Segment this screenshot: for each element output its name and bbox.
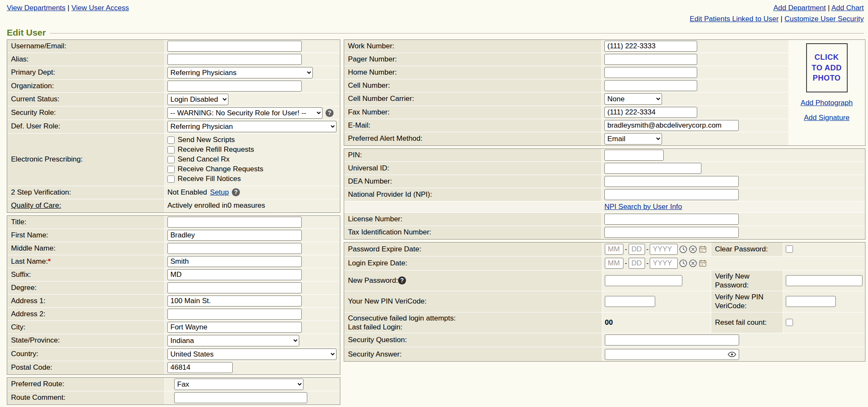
security-question-input[interactable] [605,335,739,346]
pin-vericode-input[interactable] [605,296,655,307]
email-input[interactable] [604,120,739,131]
route-comment-input[interactable] [174,392,307,403]
cell-carrier-select[interactable]: None [604,93,662,105]
primary-dept-select[interactable]: Referring Physicians [167,67,313,78]
fax-number-label: Fax Number: [344,106,602,119]
add-chart-link[interactable]: Add Chart [831,4,864,12]
npi-search-link[interactable]: NPI Search by User Info [604,203,682,211]
add-department-link[interactable]: Add Department [773,4,826,12]
calendar-icon[interactable] [698,245,707,254]
show-password-eye-icon[interactable] [728,351,736,357]
fax-number-input[interactable] [604,107,697,118]
pager-number-row: Pager Number: [344,53,788,66]
dea-number-input[interactable] [604,176,739,187]
universal-id-row: Universal ID: [344,162,865,175]
route-section: Preferred Route: Fax Route Comment: [7,377,340,405]
security-answer-label: Security Answer: [344,347,602,361]
customize-user-security-link[interactable]: Customize User Security [785,15,864,23]
preferred-route-select[interactable]: Fax [174,379,303,390]
current-status-select[interactable]: Login Disabled [167,94,228,105]
preferred-alert-select[interactable]: Email [604,133,662,145]
suffix-input[interactable] [167,269,302,280]
home-number-input[interactable] [604,67,697,78]
clear-date-icon[interactable] [689,259,697,268]
city-input[interactable] [167,322,302,333]
separator: | [781,15,782,23]
two-step-help-icon[interactable]: ? [232,188,240,196]
receive-change-requests-checkbox[interactable] [167,166,175,173]
password-expire-mm-input[interactable] [605,244,623,255]
login-expire-yyyy-input[interactable] [650,258,678,269]
receive-fill-notices-checkbox[interactable] [167,176,175,183]
send-new-scripts-option: Send New Scripts [167,135,235,145]
header-rule [50,33,864,33]
verify-new-password-label: Verify New Password: [711,270,783,291]
address2-input[interactable] [167,309,302,320]
edit-patients-linked-link[interactable]: Edit Patients Linked to User [690,15,779,23]
pin-input[interactable] [604,150,664,161]
last-name-label: Last Name:* [7,255,165,268]
license-number-input[interactable] [604,214,739,225]
preferred-route-label: Preferred Route: [7,378,165,391]
top-nav-right-row1: Add Department | Add Chart [690,3,864,14]
two-step-row: 2 Step Verification: Not Enabled Setup ? [7,186,340,199]
security-answer-input[interactable] [605,349,739,360]
password-expire-yyyy-input[interactable] [650,244,678,255]
clock-icon[interactable] [679,259,687,268]
state-select[interactable]: Indiana [167,335,299,346]
alias-row: Alias: [7,53,340,66]
photo-placeholder[interactable]: CLICK TO ADD PHOTO [806,43,848,92]
security-role-help-icon[interactable]: ? [326,109,334,117]
clock-icon[interactable] [679,245,687,254]
login-expire-dd-input[interactable] [629,258,645,269]
address2-row: Address 2: [7,308,340,321]
send-cancel-rx-checkbox[interactable] [167,156,175,163]
separator: | [828,4,829,12]
first-name-input[interactable] [167,230,302,241]
postal-code-input[interactable] [167,362,233,373]
security-role-select[interactable]: -- WARNING: No Security Role for User! -… [167,107,323,119]
country-select[interactable]: United States [167,348,337,360]
password-expire-label: Password Expire Date: [344,243,602,256]
middle-name-input[interactable] [167,243,302,254]
add-photograph-link[interactable]: Add Photograph [801,99,853,107]
username-input[interactable] [167,41,302,52]
license-number-label: License Number: [344,213,602,226]
tax-id-row: Tax Identification Number: [344,226,865,239]
new-password-row: New Password:? Verify New Password: [344,270,865,292]
clear-password-checkbox[interactable] [786,245,793,253]
page-title: Edit User [7,28,46,38]
title-input[interactable] [167,217,302,228]
address1-input[interactable] [167,295,302,307]
pager-number-input[interactable] [604,54,697,65]
right-column: Work Number: Pager Number: Home Number: … [344,39,865,365]
send-new-scripts-checkbox[interactable] [167,137,175,144]
cell-number-input[interactable] [604,80,697,91]
npi-input[interactable] [604,189,739,200]
current-status-label: Current Status: [7,93,165,106]
degree-input[interactable] [167,282,302,293]
npi-search-spacer [344,201,602,212]
login-expire-mm-input[interactable] [605,258,623,269]
new-password-input[interactable] [605,275,682,286]
verify-new-password-input[interactable] [786,275,862,286]
receive-refill-requests-checkbox[interactable] [167,146,175,153]
tax-id-input[interactable] [604,227,739,238]
new-password-help-icon[interactable]: ? [398,276,406,284]
view-departments-link[interactable]: View Departments [7,4,66,12]
verify-pin-vericode-input[interactable] [786,296,836,307]
reset-fail-count-checkbox[interactable] [786,319,793,326]
universal-id-input[interactable] [604,163,701,174]
calendar-icon[interactable] [698,259,707,268]
add-signature-link[interactable]: Add Signature [804,114,850,122]
organization-input[interactable] [167,81,302,92]
alias-input[interactable] [167,54,302,65]
view-user-access-link[interactable]: View User Access [71,4,129,12]
def-user-role-select[interactable]: Referring Physician [167,121,337,132]
last-name-input[interactable] [167,256,302,267]
work-number-input[interactable] [604,41,697,52]
clear-date-icon[interactable] [689,245,697,254]
password-expire-dd-input[interactable] [629,244,645,255]
quality-of-care-link[interactable]: Quality of Care: [11,201,61,210]
two-step-setup-link[interactable]: Setup [210,188,229,197]
